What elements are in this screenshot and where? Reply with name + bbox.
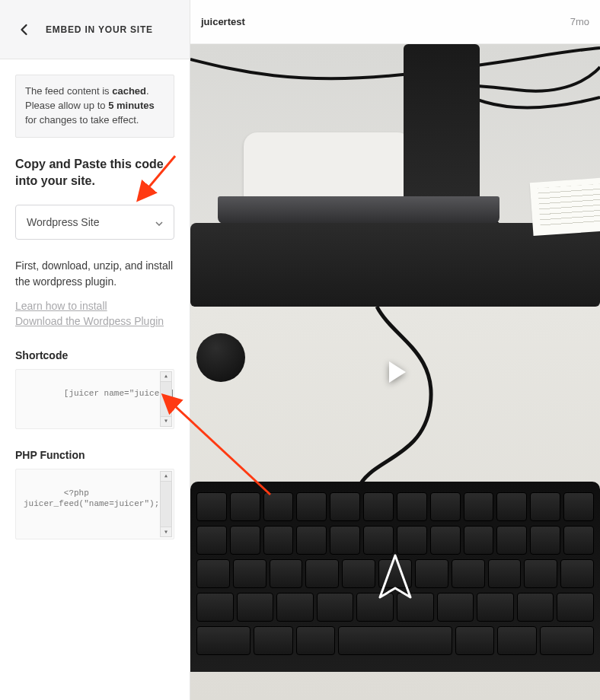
notice-text-1: The feed content is [25,85,112,97]
notice-bold-1: cached [112,85,146,97]
notice-text-3: for changes to take effect. [25,114,139,126]
platform-select[interactable]: Wordpress Site [15,205,174,240]
platform-select-value: Wordpress Site [27,216,99,228]
install-instructions: First, download, unzip, and install the … [15,258,174,289]
shortcode-code: [juicer name="juicer"] [64,389,174,398]
feed-preview: juicertest 7mo [190,0,600,700]
sidebar-header: EMBED IN YOUR SITE [0,0,190,59]
feed-timestamp: 7mo [570,16,589,27]
scroll-up-icon[interactable]: ▴ [160,371,172,382]
code-scrollbar[interactable]: ▴ ▾ [160,371,172,427]
download-plugin-link[interactable]: Download the Wordpess Plugin [15,313,174,329]
back-arrow-icon [18,24,30,36]
learn-install-link[interactable]: Learn how to install [15,298,174,313]
sidebar-body: The feed content is cached. Please allow… [0,59,190,555]
scroll-down-icon[interactable]: ▾ [160,527,172,537]
copy-paste-heading: Copy and Paste this code into your site. [15,156,174,190]
play-icon [378,355,412,389]
code-scrollbar[interactable]: ▴ ▾ [160,471,172,537]
feed-media[interactable] [190,44,600,700]
php-block[interactable]: <?php juicer_feed("name=juicer"); ? ▴ ▾ [15,469,174,539]
back-button[interactable] [15,21,34,39]
shortcode-heading: Shortcode [15,349,174,361]
feed-username[interactable]: juicertest [201,16,245,27]
cache-notice: The feed content is cached. Please allow… [15,75,174,138]
php-code: <?php juicer_feed("name=juicer"); ? [24,488,169,508]
scroll-up-icon[interactable]: ▴ [160,471,172,482]
shortcode-block[interactable]: [juicer name="juicer"] ▴ ▾ [15,369,174,429]
play-button[interactable] [375,352,416,393]
embed-sidebar: EMBED IN YOUR SITE The feed content is c… [0,0,190,700]
notice-bold-2: 5 minutes [108,100,155,111]
scroll-down-icon[interactable]: ▾ [160,416,172,427]
feed-header: juicertest 7mo [190,0,600,44]
php-heading: PHP Function [15,449,174,461]
sidebar-title: EMBED IN YOUR SITE [46,24,153,35]
chevron-down-icon [155,216,163,228]
